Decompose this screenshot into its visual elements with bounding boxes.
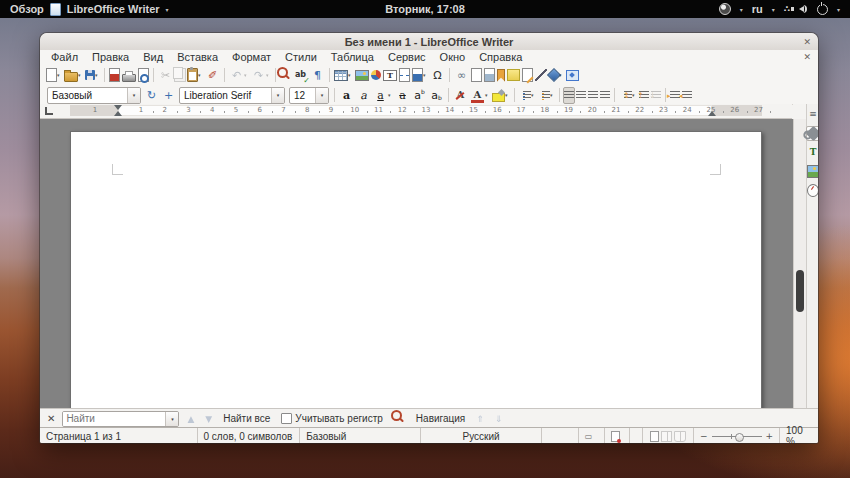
horizontal-ruler[interactable]: 1 12345678910111213141516171819202122232… [40,104,792,119]
menu-format[interactable]: Формат [225,51,278,63]
save-dropdown-arrow[interactable]: ▾ [95,72,100,78]
first-line-indent-marker[interactable] [114,105,122,110]
highlight-color-button[interactable]: ▾ [491,87,511,104]
update-style-button[interactable]: ↻ [143,87,160,104]
menu-window[interactable]: Окно [433,51,473,63]
align-right-button[interactable] [587,87,599,104]
power-icon[interactable] [817,4,828,15]
zoom-percentage[interactable]: 100 % [780,428,818,443]
paste-button[interactable]: ▾ [186,65,204,86]
cut-button[interactable]: ✂ [157,65,174,86]
subscript-button[interactable]: a [428,87,445,104]
paste-dropdown-arrow[interactable]: ▾ [198,72,203,78]
insert-line-button[interactable] [534,65,548,86]
activities-button[interactable]: Обзор [10,3,44,15]
ordered-list-dropdown-arrow[interactable]: ▾ [550,92,555,98]
find-close-icon[interactable]: ✕ [47,413,55,424]
export-pdf-button[interactable] [108,65,121,86]
new-document-button[interactable]: ▾ [45,65,63,86]
new-style-button[interactable]: + [160,87,177,104]
vertical-scrollbar[interactable] [793,119,807,408]
find-input[interactable] [63,412,165,426]
multi-page-view-button[interactable] [661,431,673,442]
insert-field-dropdown-arrow[interactable]: ▾ [423,72,428,78]
print-button[interactable] [121,65,137,86]
superscript-button[interactable]: a [411,87,428,104]
track-changes-button[interactable] [521,65,534,86]
menu-file[interactable]: Файл [44,51,85,63]
font-name-dropdown-arrow[interactable]: ▾ [271,88,284,103]
open-dropdown-arrow[interactable]: ▾ [78,72,83,78]
align-left-button[interactable] [563,87,575,104]
find-history-dropdown-arrow[interactable]: ▾ [165,412,178,426]
find-previous-button[interactable]: ▲ [184,414,197,424]
menu-help[interactable]: Справка [472,51,529,63]
unordered-list-button[interactable]: ▾ [518,87,537,104]
clear-formatting-button[interactable]: A [452,87,469,104]
paragraph-style-combo[interactable]: Базовый▾ [47,87,141,104]
insert-table-dropdown-arrow[interactable]: ▾ [348,72,353,78]
unordered-list-dropdown-arrow[interactable]: ▾ [531,92,536,98]
window-close-icon[interactable]: ✕ [803,33,811,50]
word-count-status[interactable]: 0 слов, 0 символов [198,428,301,443]
properties-button[interactable] [806,126,818,141]
menu-view[interactable]: Вид [136,51,170,63]
network-icon[interactable]: ∴ [784,4,790,14]
font-name-combo[interactable]: Liberation Serif▾ [179,87,285,104]
sidebar-settings-button[interactable]: ≡ [806,107,818,122]
basic-shapes-button[interactable]: ▾ [548,65,565,86]
insert-page-break-button[interactable] [398,65,411,86]
open-button[interactable]: ▾ [63,65,84,86]
document-close-icon[interactable]: ✕ [803,50,811,64]
volume-icon[interactable] [799,6,804,12]
zoom-out-icon[interactable]: − [700,431,708,441]
gallery-button[interactable] [806,164,818,179]
find-and-replace-button[interactable] [279,65,292,86]
language-status[interactable]: Русский [421,428,542,443]
insert-endnote-button[interactable] [483,65,496,86]
italic-button[interactable]: a [355,87,372,104]
single-page-view-button[interactable] [650,431,658,442]
insert-hyperlink-button[interactable]: ∞ [453,65,470,86]
formatting-marks-button[interactable]: ¶ [309,65,326,86]
find-next-button[interactable]: ▼ [202,414,215,424]
zoom-slider-knob[interactable] [735,433,744,442]
match-case-option[interactable]: Учитывать регистр [278,413,386,424]
strikethrough-button[interactable]: a [394,87,411,104]
page-style-status[interactable]: Базовый [300,428,421,443]
selection-mode-status[interactable]: ▭ [579,428,605,443]
font-color-button[interactable]: A▾ [469,87,491,104]
app-menu-button[interactable]: LibreOffice Writer [67,3,160,15]
zoom-slider-track[interactable] [712,436,762,437]
decrease-indent-button[interactable] [681,87,693,104]
paragraph-style-dropdown-arrow[interactable]: ▾ [127,88,140,103]
font-size-dropdown-arrow[interactable]: ▾ [315,88,328,103]
insert-chart-button[interactable] [370,65,382,86]
match-case-checkbox[interactable] [281,413,292,424]
document-modified-status[interactable] [605,428,631,443]
show-draw-functions-button[interactable] [565,65,580,86]
navigate-backward-button[interactable]: ⇑ [473,414,487,424]
navigator-button[interactable] [806,183,818,198]
undo-dropdown-arrow[interactable]: ▾ [244,72,249,78]
menu-table[interactable]: Таблица [324,51,381,63]
menu-edit[interactable]: Правка [85,51,136,63]
navigate-forward-button[interactable]: ⇓ [492,414,506,424]
ordered-list-button[interactable]: ▾ [537,87,556,104]
menu-styles[interactable]: Стили [278,51,324,63]
insert-footnote-button[interactable] [470,65,483,86]
zoom-slider[interactable]: − + [694,428,780,443]
window-titlebar[interactable]: Без имени 1 - LibreOffice Writer ✕ [40,33,818,51]
redo-button[interactable]: ↷▾ [250,65,272,86]
insert-comment-button[interactable] [506,65,521,86]
accessibility-menu-icon[interactable] [719,3,731,15]
undo-button[interactable]: ↶▾ [228,65,250,86]
highlight-color-dropdown-arrow[interactable]: ▾ [505,92,510,98]
spelling-button[interactable]: ab [292,65,309,86]
bold-button[interactable]: a [338,87,355,104]
justify-button[interactable] [599,87,611,104]
copy-button[interactable] [174,65,186,86]
insert-field-button[interactable]: ▾ [411,65,429,86]
page-number-status[interactable]: Страница 1 из 1 [40,428,198,443]
font-color-dropdown-arrow[interactable]: ▾ [485,92,490,98]
